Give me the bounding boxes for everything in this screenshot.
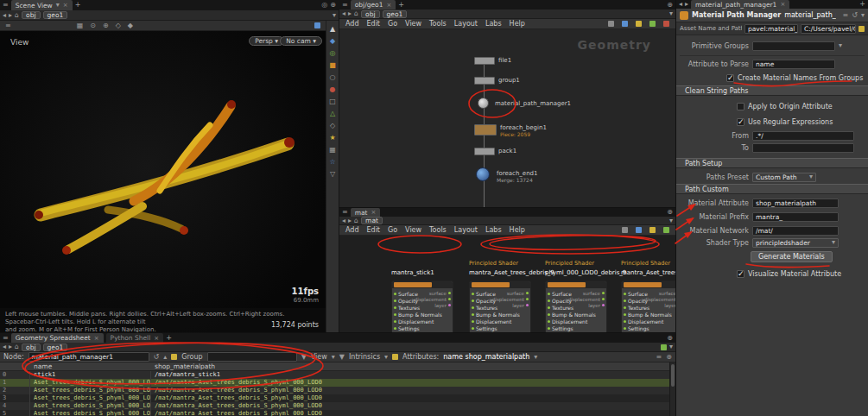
- view-dropdown-arrow-icon[interactable]: ▾: [332, 354, 335, 361]
- tab-close-icon[interactable]: ×: [371, 209, 377, 216]
- index-column-header[interactable]: [0, 362, 29, 370]
- pin-icon[interactable]: ▾: [669, 344, 673, 350]
- forward-icon[interactable]: ▸: [9, 12, 12, 19]
- new-tab-icon[interactable]: +: [859, 1, 865, 8]
- tab-close-icon[interactable]: ×: [386, 2, 391, 9]
- table-row[interactable]: 0stick1/mat/mantra_stick1: [0, 371, 669, 379]
- shader-node-card-2[interactable]: Principled Shader mantra_Aset_trees_debr…: [469, 280, 531, 332]
- material-graph[interactable]: mantra_stick1 surface displacement layer…: [339, 236, 675, 332]
- table-row[interactable]: 5Aset_trees_debris_S_phyml_000_LOD0/mat/…: [0, 410, 669, 416]
- node-material-path-manager1[interactable]: [478, 98, 489, 109]
- mat-tool-icon-3[interactable]: [649, 227, 656, 233]
- pane-grip-icon[interactable]: ≡: [3, 2, 9, 9]
- more-icon[interactable]: ▾: [861, 12, 865, 19]
- breadcrumb-mat[interactable]: mat: [361, 217, 383, 224]
- handles-tool-icon[interactable]: ○: [330, 74, 336, 81]
- menu-add[interactable]: Add: [345, 226, 359, 234]
- asset-path-input[interactable]: C:/Users/pavel/OneDriv: [801, 24, 856, 34]
- menu-view[interactable]: View: [405, 226, 421, 234]
- mat-tool-icon-4[interactable]: [663, 227, 669, 233]
- snap-grid-icon[interactable]: ▦: [77, 22, 84, 29]
- node-foreach-begin1[interactable]: [474, 124, 497, 136]
- to-input[interactable]: [752, 143, 854, 153]
- reset-icon[interactable]: ↺: [852, 12, 858, 19]
- section-path-setup[interactable]: Path Setup: [676, 158, 868, 168]
- view-dropdown-label[interactable]: View: [311, 353, 327, 361]
- view-tool-icon[interactable]: ●: [330, 86, 336, 93]
- tab-mat[interactable]: mat ×: [351, 208, 381, 217]
- paths-preset-dropdown[interactable]: Custom Path▾: [752, 173, 816, 182]
- path-column-header[interactable]: shop_materialpath: [150, 362, 669, 370]
- material-prefix-input[interactable]: mantra_: [752, 212, 839, 222]
- persp-camera-button[interactable]: Persp ▾: [249, 36, 284, 46]
- folder-icon[interactable]: [858, 26, 865, 32]
- forward-icon[interactable]: ▸: [348, 10, 352, 17]
- menu-view[interactable]: View: [405, 20, 421, 28]
- name-column-header[interactable]: name: [29, 362, 150, 370]
- new-tab-icon[interactable]: +: [75, 2, 81, 9]
- menu-help[interactable]: Help: [510, 20, 525, 28]
- filter-icon[interactable]: ▼: [301, 354, 307, 361]
- pane-grip-icon[interactable]: ≡: [342, 209, 348, 216]
- menu-tools[interactable]: Tools: [429, 226, 447, 234]
- snap-point-icon[interactable]: ⊙: [90, 22, 96, 29]
- viewport-3d[interactable]: View Persp ▾ No cam ▾ 11fps 69.0mm 13,72…: [0, 31, 326, 332]
- pane-grip-icon[interactable]: ≡: [342, 2, 348, 9]
- menu-layout[interactable]: Layout: [454, 20, 478, 28]
- param-node-name[interactable]: material_path_manager1: [784, 11, 835, 19]
- tab-close-icon[interactable]: ×: [63, 2, 68, 9]
- filter-icon[interactable]: ▼: [339, 354, 345, 361]
- follow-icon[interactable]: ▴: [163, 354, 167, 361]
- new-tab-icon[interactable]: +: [166, 335, 172, 342]
- tab-scene-view[interactable]: Scene View ▾ ×: [11, 0, 73, 10]
- net-tool-icon-1[interactable]: [608, 21, 614, 27]
- tab-close-icon[interactable]: ×: [780, 1, 785, 8]
- menu-labs[interactable]: Labs: [485, 20, 502, 28]
- forward-icon[interactable]: ▸: [348, 217, 352, 224]
- breadcrumb-geo1[interactable]: geo1: [43, 11, 68, 19]
- home-icon[interactable]: ⌂: [15, 12, 19, 19]
- display-lights-icon[interactable]: ☆: [329, 159, 335, 166]
- pane-maximize-icon[interactable]: ⊕: [667, 209, 673, 216]
- use-regex-checkbox[interactable]: [737, 118, 744, 126]
- table-row[interactable]: 4Aset_trees_debris_S_phyml_000_LOD0/mat/…: [0, 402, 669, 410]
- no-cam-button[interactable]: No cam ▾: [280, 36, 322, 46]
- view-option-icon[interactable]: [314, 22, 320, 28]
- pin-icon[interactable]: ▾: [669, 217, 673, 224]
- forward-icon[interactable]: ▸: [685, 1, 688, 8]
- pin-icon[interactable]: ▾: [333, 12, 336, 19]
- section-clean-string-paths[interactable]: Clean String Paths: [676, 85, 868, 96]
- display-points-icon[interactable]: □: [329, 98, 336, 105]
- pane-info-icon[interactable]: ◎: [321, 2, 327, 9]
- vertical-scrollbar[interactable]: [669, 362, 675, 416]
- pin-icon[interactable]: ▾: [669, 10, 673, 17]
- menu-labs[interactable]: Labs: [485, 226, 502, 234]
- table-row[interactable]: 2Aset_trees_debris_S_phyml_000_LOD0/mat/…: [0, 387, 669, 394]
- display-shade-icon[interactable]: ★: [329, 135, 335, 142]
- menu-tools[interactable]: Tools: [429, 20, 447, 28]
- node-foreach-end1[interactable]: [476, 167, 490, 181]
- breadcrumb-obj[interactable]: obj: [22, 344, 40, 351]
- breadcrumb-obj[interactable]: obj: [361, 10, 379, 18]
- attribute-to-parse-input[interactable]: name: [752, 60, 835, 69]
- home-icon[interactable]: ⌂: [15, 344, 19, 350]
- scrollbar-thumb[interactable]: [671, 364, 675, 387]
- material-attribute-input[interactable]: shop_materialpath: [752, 199, 839, 208]
- net-tool-icon-4[interactable]: [649, 21, 656, 27]
- breadcrumb-obj[interactable]: obj: [22, 11, 40, 19]
- tab-close-icon[interactable]: ×: [154, 335, 159, 342]
- breadcrumb-geo1[interactable]: geo1: [383, 10, 408, 18]
- display-wire-icon[interactable]: ◇: [330, 123, 335, 129]
- snap-multi-icon[interactable]: ◆: [128, 22, 133, 29]
- select-tool-icon[interactable]: ▲: [330, 26, 335, 33]
- table-row[interactable]: 3Aset_trees_debris_S_phyml_000_LOD0/mat/…: [0, 394, 669, 402]
- rotate-tool-icon[interactable]: ◎: [330, 50, 336, 57]
- tab-network[interactable]: obj/geo1 ×: [351, 0, 396, 9]
- menu-go[interactable]: Go: [388, 226, 397, 234]
- visualize-checkbox[interactable]: [737, 270, 744, 278]
- shader-node-card-1[interactable]: mantra_stick1 surface displacement layer…: [391, 280, 453, 332]
- menu-edit[interactable]: Edit: [367, 226, 381, 234]
- tab-menu-icon[interactable]: ▾: [56, 2, 60, 9]
- back-icon[interactable]: ◂: [342, 10, 345, 17]
- node-field-value[interactable]: material_path_manager1: [29, 352, 149, 362]
